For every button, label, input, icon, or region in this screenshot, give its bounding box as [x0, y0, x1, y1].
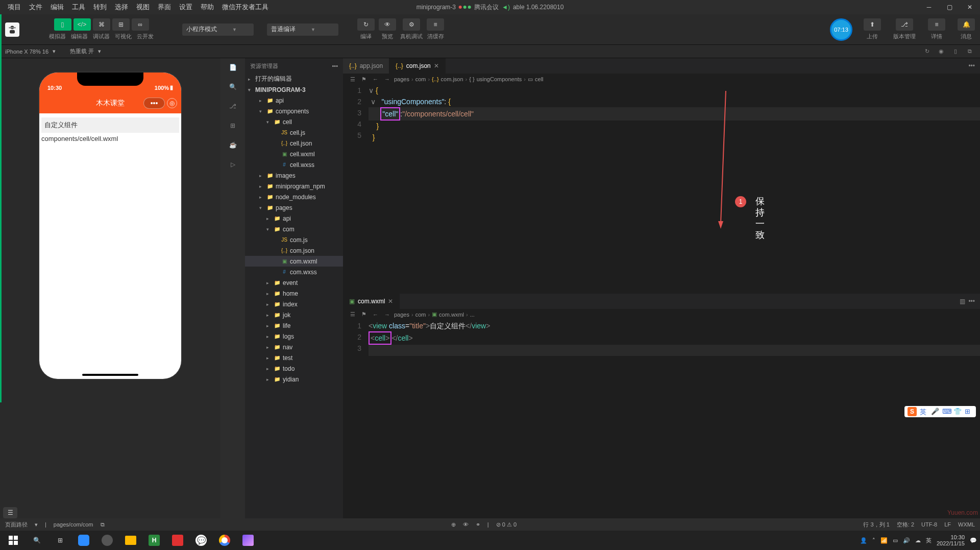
tree-open-editors[interactable]: ▸打开的编辑器 [245, 74, 343, 84]
debugger-button[interactable]: ⌘ [93, 18, 110, 31]
cloud-button[interactable]: ∞ [132, 18, 149, 31]
back-icon[interactable]: ← [373, 76, 378, 82]
editor1-more-icon[interactable]: ••• [963, 62, 980, 69]
tree-item-test[interactable]: ▸📁test [245, 352, 343, 363]
app-avatar[interactable] [96, 532, 118, 549]
git-icon[interactable]: ⎇ [227, 100, 239, 112]
menu-select[interactable]: 选择 [111, 2, 132, 13]
eol[interactable]: LF [944, 521, 951, 528]
menu-tools[interactable]: 工具 [68, 2, 89, 13]
tree-item-cell.wxml[interactable]: ▣cell.wxml [245, 149, 343, 159]
tree-item-com[interactable]: ▾📁com [245, 224, 343, 234]
tree-item-cell.json[interactable]: {..}cell.json [245, 138, 343, 149]
tab-app-json[interactable]: {..}app.json [343, 58, 389, 74]
tree-item-life[interactable]: ▸📁life [245, 320, 343, 331]
tree-item-cell.wxss[interactable]: #cell.wxss [245, 159, 343, 170]
version-button[interactable]: ⎇ [896, 18, 913, 31]
editor2-more-icon[interactable]: ••• [968, 298, 975, 305]
bookmark-icon[interactable]: ⚑ [361, 311, 366, 318]
tree-item-pages[interactable]: ▾📁pages [245, 202, 343, 213]
ime-grid-icon[interactable]: ⊞ [965, 408, 973, 416]
tree-item-event[interactable]: ▸📁event [245, 277, 343, 288]
tree-item-cell.js[interactable]: JScell.js [245, 127, 343, 138]
list-icon[interactable]: ☰ [350, 311, 355, 318]
menu-devtools[interactable]: 微信开发者工具 [218, 2, 272, 13]
tree-item-logs[interactable]: ▸📁logs [245, 331, 343, 342]
editor1-code[interactable]: 1 2 3 4 5 ∨ { ∨ "usingComponents": { "ce… [343, 85, 980, 283]
record-icon[interactable]: ◉ [936, 46, 946, 57]
tree-item-api[interactable]: ▸📁api [245, 95, 343, 106]
debug-icon[interactable]: ☕ [227, 139, 239, 151]
search-icon[interactable]: 🔍 [227, 81, 239, 93]
window-maximize[interactable]: ▢ [939, 0, 960, 14]
forward-icon[interactable]: → [384, 312, 390, 318]
ime-shirt-icon[interactable]: 👕 [953, 408, 962, 416]
tree-item-home[interactable]: ▸📁home [245, 288, 343, 299]
simulator-button[interactable]: ▯ [54, 18, 71, 31]
page-path-label[interactable]: 页面路径 [5, 521, 28, 529]
eye-icon[interactable]: 👁 [463, 521, 469, 528]
problems-count[interactable]: ⊘ 0 ⚠ 0 [496, 521, 517, 528]
start-button[interactable] [2, 532, 24, 549]
window-close[interactable]: ✕ [960, 0, 980, 14]
task-view[interactable]: ⊞ [49, 532, 71, 549]
remote-debug-button[interactable]: ⚙ [403, 18, 420, 31]
explorer-icon[interactable]: 📄 [227, 61, 239, 74]
mode-dropdown[interactable]: 小程序模式▼ [182, 23, 254, 36]
tray-battery-icon[interactable]: ▭ [893, 537, 898, 544]
detach-icon[interactable]: ⧉ [965, 46, 975, 57]
language-mode[interactable]: WXML [958, 521, 975, 528]
list-icon[interactable]: ☰ [350, 76, 355, 83]
tree-item-components[interactable]: ▾📁components [245, 106, 343, 116]
tree-root[interactable]: ▾MINIPROGRAM-3 [245, 84, 343, 95]
clear-cache-button[interactable]: ≡ [427, 18, 444, 31]
editor-button[interactable]: </> [74, 18, 91, 31]
tray-people-icon[interactable]: 👤 [860, 537, 867, 544]
refresh-icon[interactable]: ↻ [922, 46, 932, 57]
split-icon[interactable]: ▥ [960, 298, 965, 305]
tree-item-yidian[interactable]: ▸📁yidian [245, 374, 343, 385]
explorer-more-icon[interactable]: ••• [332, 63, 338, 69]
tree-item-images[interactable]: ▸📁images [245, 170, 343, 181]
close-icon[interactable]: ✕ [388, 298, 393, 305]
upload-button[interactable]: ⬆ [864, 18, 881, 31]
app-hbuilder[interactable]: H [143, 532, 165, 549]
app-explorer[interactable] [119, 532, 142, 549]
ime-mic-icon[interactable]: 🎤 [931, 408, 939, 416]
forward-icon[interactable]: → [384, 76, 390, 82]
tray-volume-icon[interactable]: 🔊 [903, 537, 910, 544]
taskbar-clock[interactable]: 10:30 2022/11/15 [937, 534, 965, 546]
tree-item-api[interactable]: ▸📁api [245, 213, 343, 224]
tree-item-com.js[interactable]: JScom.js [245, 234, 343, 245]
app-xmind[interactable] [166, 532, 189, 549]
app-chrome[interactable] [213, 532, 236, 549]
tree-item-todo[interactable]: ▸📁todo [245, 363, 343, 374]
ime-lang[interactable]: 英 [920, 408, 928, 416]
extensions-icon[interactable]: ⊞ [227, 119, 239, 132]
menu-edit[interactable]: 编辑 [47, 2, 67, 13]
cursor-position[interactable]: 行 3，列 1 [863, 521, 889, 529]
tree-item-com.wxml[interactable]: ▣com.wxml [245, 256, 343, 267]
app-wechat[interactable]: 💬 [190, 532, 212, 549]
tray-cloud-icon[interactable]: ☁ [915, 537, 921, 544]
link-icon[interactable]: ⚭ [476, 521, 480, 528]
tray-up-icon[interactable]: ˄ [872, 537, 875, 544]
compile-dropdown[interactable]: 普通编译▼ [267, 23, 338, 36]
close-icon[interactable]: ✕ [434, 62, 439, 69]
menu-project[interactable]: 项目 [4, 2, 24, 13]
tab-com-wxml[interactable]: ▣com.wxml✕ [343, 294, 400, 309]
menu-interface[interactable]: 界面 [154, 2, 175, 13]
messages-button[interactable]: 🔔 [958, 18, 975, 31]
preview-button[interactable]: 👁 [379, 18, 396, 31]
compile-button[interactable]: ↻ [357, 18, 375, 31]
tray-notifications-icon[interactable]: 💬 [970, 537, 977, 544]
back-icon[interactable]: ← [373, 312, 378, 318]
device-selector[interactable]: iPhone X 78% 16 [5, 49, 48, 55]
window-minimize[interactable]: ─ [919, 0, 939, 14]
tray-wifi-icon[interactable]: 📶 [880, 537, 888, 544]
capsule-menu[interactable]: ••• [143, 98, 165, 109]
tree-item-com.wxss[interactable]: #com.wxss [245, 267, 343, 277]
tray-lang[interactable]: 英 [926, 537, 932, 544]
tree-item-com.json[interactable]: {..}com.json [245, 245, 343, 256]
user-avatar[interactable] [5, 22, 19, 37]
